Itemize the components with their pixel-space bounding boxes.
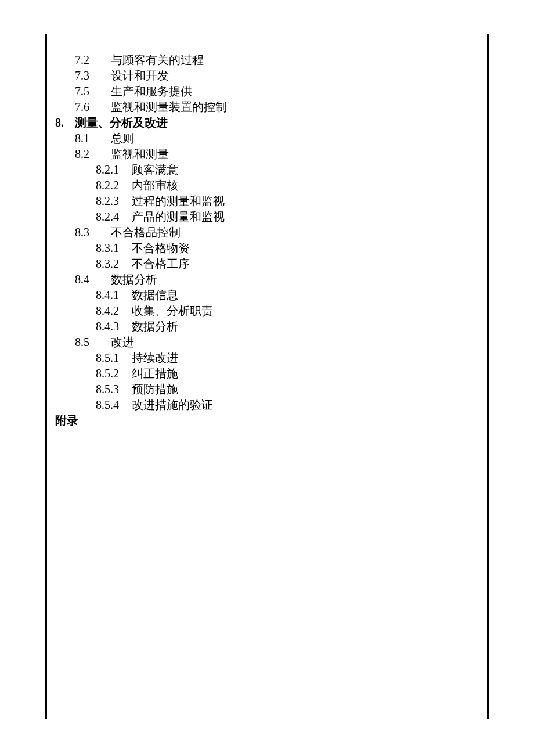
toc-title: 数据分析 xyxy=(132,320,178,333)
toc-num: 8.4.2 xyxy=(96,303,132,319)
toc-title: 附录 xyxy=(55,414,78,427)
toc-num: 8.3 xyxy=(75,225,111,240)
toc-title: 改进 xyxy=(111,336,134,348)
toc-subitem: 8.5.4改进措施的验证 xyxy=(54,397,485,413)
toc-item: 7.3设计和开发 xyxy=(54,68,485,84)
toc-num: 7.6 xyxy=(75,99,111,115)
toc-title: 预防措施 xyxy=(132,383,178,395)
toc-item: 7.2与顾客有关的过程 xyxy=(54,52,485,68)
toc-subitem: 8.5.3预防措施 xyxy=(54,381,485,397)
toc-title: 内部审核 xyxy=(132,179,178,192)
toc-section-heading: 8.测量、分析及改进 xyxy=(54,115,485,131)
toc-title: 改进措施的验证 xyxy=(132,398,213,411)
toc-title: 收集、分析职责 xyxy=(132,304,213,317)
toc-num: 8.1 xyxy=(75,131,111,146)
toc-title: 生产和服务提供 xyxy=(111,85,192,98)
toc-item: 7.6监视和测量装置的控制 xyxy=(54,99,485,115)
toc-num: 8.4.3 xyxy=(96,319,132,334)
toc-num: 8.2.4 xyxy=(96,209,132,225)
toc-subitem: 8.4.2收集、分析职责 xyxy=(54,303,485,319)
toc-num: 8. xyxy=(55,115,75,131)
toc-item: 8.4数据分析 xyxy=(54,272,485,287)
toc-num: 8.3.1 xyxy=(96,240,132,256)
page-border-outer: 7.2与顾客有关的过程 7.3设计和开发 7.5生产和服务提供 7.6监视和测量… xyxy=(45,34,489,719)
toc-title: 数据信息 xyxy=(132,289,178,301)
toc-title: 设计和开发 xyxy=(111,69,169,82)
toc-subitem: 8.5.1持续改进 xyxy=(54,350,485,366)
toc-title: 顾客满意 xyxy=(132,163,178,176)
toc-subitem: 8.3.1不合格物资 xyxy=(54,240,485,256)
toc-title: 过程的测量和监视 xyxy=(132,195,225,207)
toc-num: 8.2.1 xyxy=(96,162,132,178)
toc-item: 7.5生产和服务提供 xyxy=(54,84,485,99)
toc-num: 8.5.3 xyxy=(96,381,132,397)
toc-title: 不合格品控制 xyxy=(111,226,181,239)
page-border-inner: 7.2与顾客有关的过程 7.3设计和开发 7.5生产和服务提供 7.6监视和测量… xyxy=(49,34,485,719)
toc-num: 8.5.1 xyxy=(96,350,132,366)
toc-item: 8.5改进 xyxy=(54,334,485,350)
toc-title: 总则 xyxy=(111,132,134,145)
toc-subitem: 8.3.2不合格工序 xyxy=(54,256,485,272)
toc-subitem: 8.4.3数据分析 xyxy=(54,319,485,334)
toc-subitem: 8.4.1数据信息 xyxy=(54,287,485,303)
toc-title: 监视和测量装置的控制 xyxy=(111,100,227,113)
toc-title: 产品的测量和监视 xyxy=(132,210,225,223)
toc-subitem: 8.2.1顾客满意 xyxy=(54,162,485,178)
toc-title: 与顾客有关的过程 xyxy=(111,53,204,66)
toc-num: 8.4.1 xyxy=(96,287,132,303)
toc-num: 8.5.4 xyxy=(96,397,132,413)
toc-subitem: 8.2.3过程的测量和监视 xyxy=(54,193,485,209)
toc-title: 数据分析 xyxy=(111,273,157,286)
toc-title: 监视和测量 xyxy=(111,147,169,160)
toc-title: 测量、分析及改进 xyxy=(75,116,168,129)
toc-num: 7.2 xyxy=(75,52,111,68)
toc-title: 不合格工序 xyxy=(132,257,190,270)
toc-num: 7.5 xyxy=(75,84,111,99)
toc-appendix: 附录 xyxy=(54,413,485,429)
toc-num: 8.2.2 xyxy=(96,178,132,193)
toc-num: 7.3 xyxy=(75,68,111,84)
toc-title: 持续改进 xyxy=(132,351,178,364)
toc-title: 纠正措施 xyxy=(132,367,178,380)
toc-num: 8.4 xyxy=(75,272,111,287)
toc-content: 7.2与顾客有关的过程 7.3设计和开发 7.5生产和服务提供 7.6监视和测量… xyxy=(49,52,485,429)
toc-item: 8.1总则 xyxy=(54,131,485,146)
toc-num: 8.3.2 xyxy=(96,256,132,272)
toc-num: 8.2.3 xyxy=(96,193,132,209)
toc-subitem: 8.5.2纠正措施 xyxy=(54,366,485,381)
toc-item: 8.2监视和测量 xyxy=(54,146,485,162)
toc-num: 8.5.2 xyxy=(96,366,132,381)
toc-subitem: 8.2.2内部审核 xyxy=(54,178,485,193)
toc-item: 8.3不合格品控制 xyxy=(54,225,485,240)
toc-title: 不合格物资 xyxy=(132,242,190,254)
toc-num: 8.5 xyxy=(75,334,111,350)
toc-num: 8.2 xyxy=(75,146,111,162)
toc-subitem: 8.2.4产品的测量和监视 xyxy=(54,209,485,225)
